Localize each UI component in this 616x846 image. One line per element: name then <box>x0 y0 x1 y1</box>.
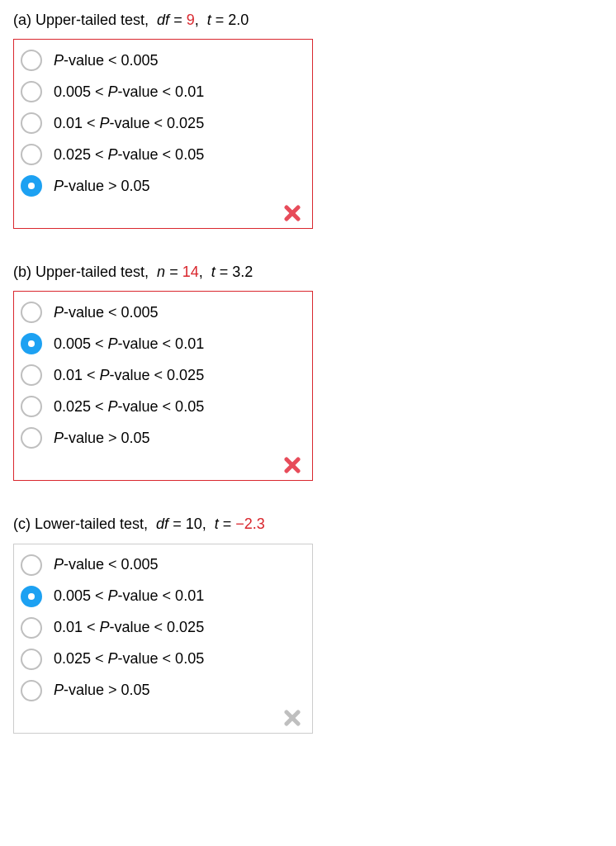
test-type: Upper-tailed test <box>36 12 145 28</box>
option-row[interactable]: 0.005 < P-value < 0.01 <box>19 581 304 612</box>
option-pvar: P <box>100 115 110 131</box>
option-pvar: P <box>108 146 118 163</box>
radio-button[interactable] <box>21 333 42 354</box>
option-pre: 0.025 < <box>54 146 108 163</box>
radio-button[interactable] <box>21 554 42 576</box>
radio-button[interactable] <box>21 427 42 449</box>
option-post: -value < 0.05 <box>118 146 205 163</box>
option-row[interactable]: 0.01 < P-value < 0.025 <box>19 612 304 644</box>
radio-button[interactable] <box>21 81 42 102</box>
option-post: -value < 0.005 <box>64 304 159 321</box>
option-label[interactable]: 0.005 < P-value < 0.01 <box>54 334 204 354</box>
option-row[interactable]: P-value > 0.05 <box>19 675 304 706</box>
option-pre: 0.005 < <box>54 83 108 100</box>
feedback-row <box>19 706 304 728</box>
option-label[interactable]: 0.025 < P-value < 0.05 <box>54 145 204 165</box>
radio-button[interactable] <box>21 396 42 417</box>
radio-button[interactable] <box>21 302 42 323</box>
option-label[interactable]: P-value < 0.005 <box>54 302 159 323</box>
param-name: df <box>156 516 168 532</box>
radio-button[interactable] <box>21 617 42 639</box>
option-label[interactable]: 0.01 < P-value < 0.025 <box>54 617 204 638</box>
option-row[interactable]: P-value < 0.005 <box>19 549 304 581</box>
radio-button[interactable] <box>21 175 42 197</box>
option-pvar: P <box>54 178 64 194</box>
radio-button[interactable] <box>21 144 42 165</box>
option-post: -value < 0.01 <box>118 83 205 100</box>
option-label[interactable]: P-value > 0.05 <box>54 680 150 701</box>
option-label[interactable]: 0.005 < P-value < 0.01 <box>54 586 204 606</box>
option-label[interactable]: 0.01 < P-value < 0.025 <box>54 365 204 386</box>
option-pvar: P <box>54 556 64 573</box>
param-value: 14 <box>182 264 199 280</box>
option-post: -value < 0.01 <box>118 587 205 604</box>
option-post: -value < 0.05 <box>118 398 205 415</box>
option-row[interactable]: 0.025 < P-value < 0.05 <box>19 391 304 422</box>
stat-name: t <box>215 516 219 532</box>
x-icon <box>284 710 301 726</box>
option-row[interactable]: 0.01 < P-value < 0.025 <box>19 107 304 139</box>
question-prompt: (a) Upper-tailed test, df = 9, t = 2.0 <box>13 10 603 31</box>
option-pvar: P <box>100 619 110 635</box>
radio-button[interactable] <box>21 364 42 386</box>
radio-button[interactable] <box>21 649 42 670</box>
option-pre: 0.005 < <box>54 587 108 604</box>
option-row[interactable]: P-value > 0.05 <box>19 170 304 202</box>
param-name: n <box>157 264 165 280</box>
option-pre: 0.01 < <box>54 115 100 131</box>
param-value: 9 <box>187 12 195 28</box>
option-post: -value < 0.025 <box>110 115 205 131</box>
question-label: (b) <box>13 264 31 280</box>
options-box: P-value < 0.0050.005 < P-value < 0.010.0… <box>13 291 313 481</box>
option-pvar: P <box>54 52 64 69</box>
option-pvar: P <box>108 587 118 604</box>
radio-button[interactable] <box>21 112 42 134</box>
feedback-row <box>19 202 304 223</box>
option-pvar: P <box>54 304 64 321</box>
stat-value: 2.0 <box>228 12 249 28</box>
option-row[interactable]: P-value < 0.005 <box>19 45 304 76</box>
option-label[interactable]: 0.01 < P-value < 0.025 <box>54 113 204 134</box>
option-row[interactable]: 0.025 < P-value < 0.05 <box>19 139 304 170</box>
option-pvar: P <box>108 83 118 100</box>
question-c: (c) Lower-tailed test, df = 10, t = −2.3… <box>13 514 603 733</box>
x-icon <box>284 205 301 221</box>
option-label[interactable]: P-value > 0.05 <box>54 428 150 449</box>
options-box: P-value < 0.0050.005 < P-value < 0.010.0… <box>13 39 313 229</box>
option-post: -value > 0.05 <box>64 178 150 194</box>
option-post: -value < 0.025 <box>110 619 205 635</box>
option-row[interactable]: 0.01 < P-value < 0.025 <box>19 359 304 391</box>
option-post: -value < 0.005 <box>64 52 159 69</box>
option-post: -value < 0.05 <box>118 650 205 667</box>
option-label[interactable]: P-value < 0.005 <box>54 50 159 71</box>
feedback-row <box>19 454 304 475</box>
question-label: (c) <box>13 516 31 532</box>
param-name: df <box>157 12 169 28</box>
option-pre: 0.01 < <box>54 367 100 383</box>
option-label[interactable]: P-value > 0.05 <box>54 176 150 197</box>
option-label[interactable]: P-value < 0.005 <box>54 554 159 575</box>
param-value: 10 <box>186 516 202 532</box>
option-row[interactable]: 0.005 < P-value < 0.01 <box>19 76 304 107</box>
option-row[interactable]: 0.025 < P-value < 0.05 <box>19 644 304 675</box>
question-a: (a) Upper-tailed test, df = 9, t = 2.0P-… <box>13 10 603 229</box>
radio-button[interactable] <box>21 680 42 701</box>
option-row[interactable]: P-value < 0.005 <box>19 297 304 328</box>
option-pvar: P <box>54 430 64 446</box>
option-row[interactable]: 0.005 < P-value < 0.01 <box>19 328 304 359</box>
option-label[interactable]: 0.025 < P-value < 0.05 <box>54 649 204 669</box>
radio-button[interactable] <box>21 586 42 607</box>
x-icon <box>284 457 301 473</box>
question-b: (b) Upper-tailed test, n = 14, t = 3.2P-… <box>13 262 603 481</box>
option-pvar: P <box>108 650 118 667</box>
option-label[interactable]: 0.025 < P-value < 0.05 <box>54 397 204 417</box>
option-pre: 0.01 < <box>54 619 100 635</box>
option-pvar: P <box>108 398 118 415</box>
option-post: -value > 0.05 <box>64 682 150 698</box>
option-row[interactable]: P-value > 0.05 <box>19 422 304 454</box>
test-type: Lower-tailed test <box>35 516 144 532</box>
radio-button[interactable] <box>21 50 42 71</box>
stat-name: t <box>211 264 216 280</box>
option-label[interactable]: 0.005 < P-value < 0.01 <box>54 82 204 102</box>
option-post: -value < 0.01 <box>118 335 205 352</box>
